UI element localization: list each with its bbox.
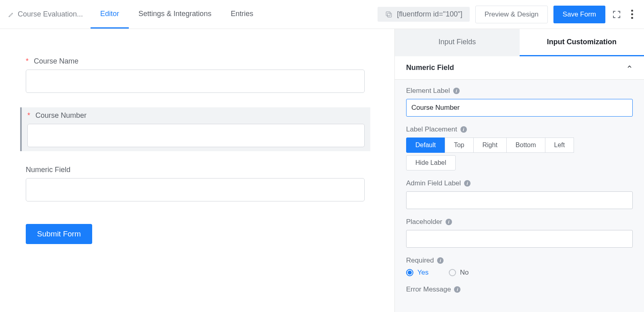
setting-label: Required i — [406, 257, 633, 265]
more-options-icon[interactable] — [628, 10, 636, 19]
required-yes[interactable]: Yes — [406, 269, 429, 277]
field-input[interactable] — [26, 70, 365, 93]
edit-icon — [8, 11, 14, 18]
info-icon[interactable]: i — [454, 286, 460, 293]
placement-default[interactable]: Default — [406, 138, 445, 153]
placement-right[interactable]: Right — [473, 138, 507, 153]
field-input[interactable] — [27, 124, 365, 147]
shortcode-box[interactable]: [fluentform id="100"] — [378, 7, 469, 22]
setting-placeholder: Placeholder i — [406, 218, 633, 248]
info-icon[interactable]: i — [464, 180, 471, 187]
required-asterisk: * — [27, 111, 30, 119]
tab-input-customization[interactable]: Input Customization — [520, 29, 644, 56]
field-input[interactable] — [26, 178, 365, 201]
sidebar-tabs: Input Fields Input Customization — [395, 29, 644, 56]
submit-form-button[interactable]: Submit Form — [26, 224, 92, 244]
main-tabs: Editor Settings & Integrations Entries — [91, 0, 263, 29]
tab-editor[interactable]: Editor — [91, 0, 129, 29]
form-title-text: Course Evaluation... — [18, 10, 83, 18]
copy-icon — [385, 10, 393, 18]
radio-icon — [406, 269, 413, 276]
placeholder-input[interactable] — [406, 230, 633, 248]
placement-top[interactable]: Top — [445, 138, 474, 153]
info-icon[interactable]: i — [460, 126, 467, 133]
setting-label: Admin Field Label i — [406, 179, 633, 187]
field-numeric[interactable]: Numeric Field — [20, 162, 370, 205]
fullscreen-icon[interactable] — [611, 9, 622, 20]
setting-label: Error Message i — [406, 285, 633, 294]
placement-bottom[interactable]: Bottom — [506, 138, 545, 153]
radio-label: No — [460, 269, 469, 277]
admin-field-label-input[interactable] — [406, 191, 633, 209]
panel-title: Numeric Field — [406, 64, 454, 72]
info-icon[interactable]: i — [446, 219, 452, 225]
chevron-up-icon — [626, 64, 633, 72]
label-placement-options: Default Top Right Bottom Left — [406, 138, 633, 153]
field-label-text: Numeric Field — [26, 166, 70, 174]
panel-header[interactable]: Numeric Field — [395, 56, 644, 80]
preview-design-button[interactable]: Preview & Design — [475, 6, 548, 23]
tab-entries[interactable]: Entries — [221, 0, 263, 29]
editor-body: * Course Name * Course Number Numeric Fi… — [0, 29, 644, 312]
svg-rect-1 — [386, 12, 390, 16]
form-canvas: * Course Name * Course Number Numeric Fi… — [0, 29, 394, 312]
sidebar: Input Fields Input Customization Numeric… — [394, 29, 644, 312]
field-label: * Course Number — [27, 111, 365, 120]
setting-label-placement: Label Placement i Default Top Right Bott… — [406, 125, 633, 170]
tab-input-fields[interactable]: Input Fields — [395, 29, 520, 56]
placement-hide-label[interactable]: Hide Label — [406, 155, 456, 170]
label-placement-options-row2: Hide Label — [406, 155, 633, 170]
field-label-text: Course Number — [35, 111, 87, 119]
radio-label: Yes — [417, 269, 429, 277]
info-icon[interactable]: i — [437, 257, 444, 264]
shortcode-text: [fluentform id="100"] — [397, 10, 462, 18]
setting-admin-field-label: Admin Field Label i — [406, 179, 633, 209]
form-title[interactable]: Course Evaluation... — [8, 10, 91, 18]
field-label: Numeric Field — [26, 166, 365, 174]
setting-label: Label Placement i — [406, 125, 633, 133]
setting-label: Element Label i — [406, 87, 633, 95]
required-radio-group: Yes No — [406, 269, 633, 277]
placement-left[interactable]: Left — [545, 138, 574, 153]
setting-element-label: Element Label i — [406, 87, 633, 117]
info-icon[interactable]: i — [453, 88, 460, 94]
save-form-button[interactable]: Save Form — [553, 6, 605, 23]
radio-icon — [449, 269, 456, 276]
panel-body: Element Label i Label Placement i Defaul… — [395, 80, 644, 310]
element-label-input[interactable] — [406, 99, 633, 117]
top-bar: Course Evaluation... Editor Settings & I… — [0, 0, 644, 29]
setting-label: Placeholder i — [406, 218, 633, 226]
field-label-text: Course Name — [34, 57, 78, 65]
field-course-name[interactable]: * Course Name — [20, 53, 370, 97]
setting-error-message: Error Message i — [406, 285, 633, 294]
required-no[interactable]: No — [449, 269, 469, 277]
required-asterisk: * — [26, 57, 29, 65]
setting-required: Required i Yes No — [406, 257, 633, 277]
field-course-number[interactable]: * Course Number — [20, 107, 370, 151]
svg-rect-0 — [388, 13, 392, 17]
field-label: * Course Name — [26, 57, 365, 66]
tab-settings-integrations[interactable]: Settings & Integrations — [129, 0, 221, 29]
